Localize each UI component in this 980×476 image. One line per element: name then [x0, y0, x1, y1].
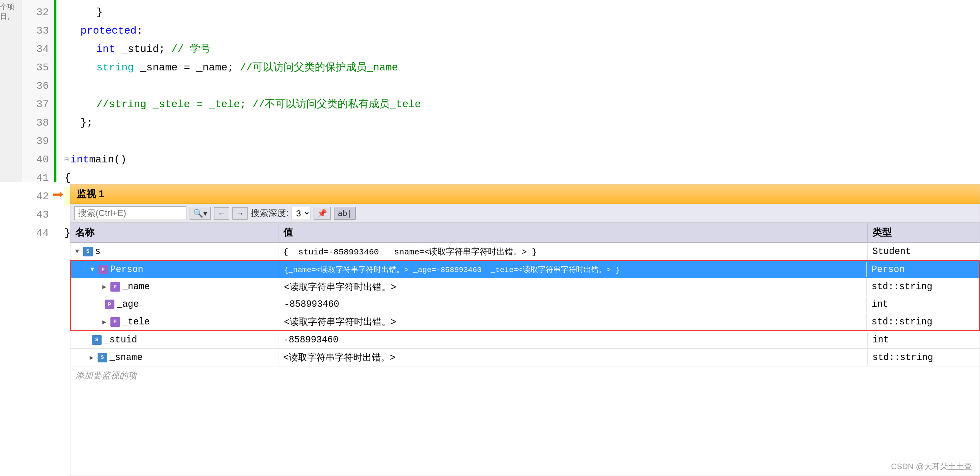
cell-name-tele: ▶ P _tele	[71, 314, 279, 330]
cell-name-name: ▶ P _name	[71, 279, 279, 294]
code-line-33: protected:	[64, 22, 972, 40]
expand-name[interactable]: ▶	[102, 283, 106, 291]
hex-button[interactable]: ab|	[334, 207, 356, 220]
add-watch-label: 添加要监视的项	[75, 370, 137, 380]
watch-row-name[interactable]: ▶ P _name <读取字符串字符时出错。> std::string	[70, 278, 980, 296]
var-name-sname: _sname	[110, 352, 143, 363]
code-line-34: int _stuid; // 学号	[64, 40, 972, 58]
line-numbers: 32 33 34 35 36 37 38 39 40 41 42 43 44	[22, 0, 54, 182]
cell-type-person: Person	[867, 262, 979, 277]
expand-tele[interactable]: ▶	[102, 318, 106, 326]
watch-row-tele[interactable]: ▶ P _tele <读取字符串字符时出错。> std::string	[70, 313, 980, 331]
watch-row-person[interactable]: ▼ P Person {_name=<读取字符串字符时出错。> _age=-85…	[70, 260, 980, 278]
cell-value-s: { _stuid=-858993460 _sname=<读取字符串字符时出错。>…	[278, 244, 868, 260]
code-line-32: }	[64, 3, 972, 22]
cell-type-age: int	[867, 297, 979, 312]
cell-name-sname: ▶ S _sname	[70, 350, 278, 365]
watch-row-stuid[interactable]: S _stuid -858993460 int	[70, 331, 980, 349]
cell-name-s: ▼ S s	[70, 244, 278, 259]
code-line-38: };	[64, 114, 972, 132]
left-sidebar: 个项目,	[0, 0, 22, 182]
var-icon-stuid: S	[92, 335, 102, 345]
cell-value-person: {_name=<读取字符串字符时出错。> _age=-858993460 _te…	[279, 262, 867, 277]
cell-value-age: -858993460	[279, 297, 867, 312]
var-name-age: _age	[117, 299, 139, 310]
expand-sname[interactable]: ▶	[90, 354, 94, 362]
code-container: 32 33 34 35 36 37 38 39 40 41 42 43 44 }…	[22, 0, 980, 182]
nav-fwd-button[interactable]: →	[232, 207, 248, 220]
cell-type-name: std::string	[867, 279, 979, 294]
cell-name-person: ▼ P Person	[71, 262, 279, 277]
watermark-text: CSDN @大耳朵土土查	[891, 462, 972, 471]
cell-value-name: <读取字符串字符时出错。>	[279, 278, 867, 296]
cell-name-age: P _age	[71, 297, 279, 312]
cell-value-sname: <读取字符串字符时出错。>	[278, 349, 868, 366]
search-box[interactable]	[74, 206, 186, 220]
execution-arrow: ⮕	[52, 187, 64, 206]
watch-row-age[interactable]: P _age -858993460 int	[70, 296, 980, 313]
nav-back-button[interactable]: ←	[214, 207, 229, 220]
var-icon-age: P	[105, 300, 114, 309]
watch-header: 名称 值 类型	[70, 223, 980, 243]
var-icon-s: S	[83, 247, 93, 256]
code-line-37: //string _stele = _tele; //不可以访问父类的私有成员_…	[64, 95, 972, 114]
code-editor: 个项目, 32 33 34 35 36 37 38 39 40 41 42 43…	[0, 0, 980, 182]
watch-window: 监视 1 🔍▾ ← → 搜索深度: 3 1 2 4 5 📌 ab| 名称 值 类…	[70, 184, 980, 476]
watch-title-bar: 监视 1	[70, 184, 980, 204]
var-icon-person: P	[98, 265, 108, 274]
code-line-39	[64, 132, 972, 150]
cell-name-stuid: S _stuid	[70, 332, 278, 348]
expand-person[interactable]: ▼	[90, 266, 94, 273]
var-name-s: s	[95, 246, 101, 257]
var-name-person: Person	[110, 264, 144, 275]
col-header-name: 名称	[70, 223, 278, 242]
cell-type-stuid: int	[868, 332, 980, 348]
search-icon-button[interactable]: 🔍▾	[190, 207, 211, 220]
watch-title: 监视 1	[77, 188, 104, 199]
code-line-35: string _sname = _name; //可以访问父类的保护成员_nam…	[64, 58, 972, 77]
watch-rows: ▼ S s { _stuid=-858993460 _sname=<读取字符串字…	[70, 243, 980, 476]
cell-type-sname: std::string	[868, 350, 980, 365]
var-name-name: _name	[122, 282, 150, 292]
watermark: CSDN @大耳朵土土查	[891, 461, 972, 472]
var-icon-tele: P	[110, 317, 120, 327]
cell-value-stuid: -858993460	[278, 332, 868, 348]
add-watch-row[interactable]: 添加要监视的项	[70, 366, 980, 385]
var-name-stuid: _stuid	[104, 335, 137, 345]
watch-table: 名称 值 类型 ▼ S s { _stuid=-858993460 _sname…	[70, 223, 980, 476]
code-line-36	[64, 77, 972, 95]
depth-label: 搜索深度:	[251, 207, 288, 219]
watch-row-s[interactable]: ▼ S s { _stuid=-858993460 _sname=<读取字符串字…	[70, 243, 980, 260]
watch-row-sname[interactable]: ▶ S _sname <读取字符串字符时出错。> std::string	[70, 349, 980, 366]
watch-toolbar: 🔍▾ ← → 搜索深度: 3 1 2 4 5 📌 ab|	[70, 204, 980, 223]
search-input[interactable]	[78, 208, 158, 218]
var-icon-name: P	[110, 282, 120, 292]
cell-type-s: Student	[868, 244, 980, 259]
col-header-value: 值	[278, 223, 868, 242]
code-line-40: ⊟ int main()	[64, 150, 972, 169]
depth-select[interactable]: 3 1 2 4 5	[292, 207, 310, 220]
col-header-type: 类型	[868, 223, 980, 242]
var-icon-sname: S	[98, 353, 107, 362]
pin-button[interactable]: 📌	[314, 207, 331, 220]
var-name-tele: _tele	[122, 317, 150, 327]
cell-type-tele: std::string	[867, 314, 979, 330]
code-content: } protected: int _stuid; // 学号 string	[56, 0, 980, 182]
collapse-icon-40[interactable]: ⊟	[64, 150, 69, 169]
expand-s[interactable]: ▼	[75, 248, 79, 255]
cell-value-tele: <读取字符串字符时出错。>	[279, 313, 867, 330]
